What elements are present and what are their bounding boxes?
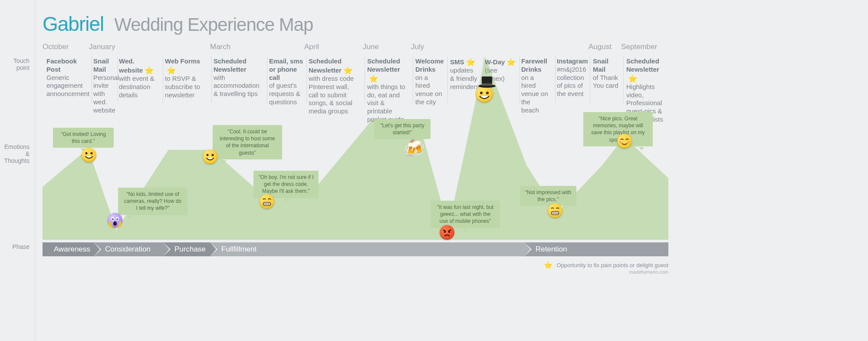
angry-emoji-icon [440,225,454,240]
month-label: January [89,43,115,51]
axis-label-emotions: Emotions & Thoughts [0,143,35,164]
touchpoint-body: updates & friendly reminders [450,66,479,90]
svg-rect-18 [482,83,492,86]
thought-bubble: "Cool. It could be interesting to host s… [213,125,282,159]
grit-emoji-icon [548,203,562,218]
touchpoint: Email, sms or phone callof guest's reque… [269,57,304,106]
touchpoint-title: Scheduled Newsletter [367,57,400,73]
scared-emoji-icon [108,213,122,228]
grin-emoji-icon [203,149,217,164]
months-row: OctoberJanuaryMarchAprilJuneJulyAugustSe… [43,43,868,53]
thought-bubble: "Got invited! Loving this card." [53,128,114,148]
touchpoint-title: SMS [450,58,464,66]
svg-point-14 [480,92,483,94]
svg-point-0 [85,152,88,154]
touchpoint-body: on a hired venue on the beach [521,74,548,114]
touchpoint-body: on a hired venue on the city [415,74,442,106]
touchpoint-title: Wed. website [119,57,143,74]
column-separator [306,56,307,103]
star-icon: ⭐ [343,66,352,75]
blush-emoji-icon [617,134,632,149]
phase-bar: AwarenessConsiderationPurchaseFullfillme… [43,242,668,256]
touchpoint: Scheduled Newsletterwith accommodation &… [214,57,266,98]
column-separator [365,56,365,103]
column-separator [267,56,267,103]
persona-name: Gabriel [43,12,104,36]
touchpoint: Web Forms⭐to RSVP & subscribe to newslet… [165,57,206,99]
left-rule [35,0,35,341]
star-icon: ⭐ [145,66,154,75]
touchpoint-title: Scheduled Newsletter [626,57,659,73]
touchpoint-title: Scheduled Newsletter [309,57,342,74]
svg-point-4 [112,219,113,220]
star-icon: ⭐ [544,261,552,269]
grin-emoji-icon [82,148,96,162]
star-icon: ⭐ [506,58,516,67]
touchpoint-body: of guest's requests & questions [269,82,300,106]
beer-mugs-icon: 🍻 [404,138,425,159]
touchpoint: Welcome Drinkson a hired venue on the ci… [415,57,444,106]
phase-fullfillment: Fullfillment [210,242,524,256]
column-separator [447,56,448,103]
thought-bubble: "It was fun last night, but geeez... wha… [431,201,500,228]
touchpoint: Scheduled Newsletter⭐with things to do, … [367,57,411,124]
svg-point-7 [207,154,209,156]
column-separator [590,56,590,103]
svg-point-27 [628,141,630,143]
touchpoint-title: Instagram [557,57,588,65]
column-separator [555,56,556,103]
touchpoint-title: Snail Mail [593,57,608,73]
touchpoint-body: with accommodation & travelling tips [214,74,260,98]
column-separator [92,56,92,103]
touchpoint-body: of Thank You card [593,74,618,89]
map-title: Wedding Experience Map [114,14,313,35]
month-label: July [411,43,424,51]
thought-bubble: "Let's get this party started!" [374,119,431,139]
month-label: June [363,43,379,51]
title-row: Gabriel Wedding Experience Map [43,12,313,36]
touchpoint-body: with dress code Pinterest wall, call to … [309,75,354,115]
touchpoint-title: Scheduled Newsletter [214,57,247,73]
touchpoint: Instagram#m&j2016 collection of pics of … [557,57,585,98]
legend-opportunity: ⭐ Opportunity to fix pain points or deli… [542,261,668,269]
touchpoint-body: with event & destination details [119,75,155,99]
touchpoint: Facebook PostGeneric engagement announce… [46,57,90,98]
thought-bubble: "No kids, limited use of cameras, really… [118,188,187,215]
touchpoint-title: Email, sms or phone call [269,57,303,81]
star-icon: ⭐ [167,66,176,75]
star-icon: ⭐ [628,74,637,83]
star-icon: ⭐ [466,58,475,67]
axis-label-touchpoint: Touch point [0,57,35,71]
touchpoint: Scheduled Newsletter⭐with dress code Pin… [309,57,361,116]
svg-point-1 [90,152,92,154]
experience-map: Touch point Emotions & Thoughts Phase Ga… [0,0,868,341]
svg-point-26 [619,141,621,143]
touchpoint: SMS⭐updates & friendly reminders [450,57,478,91]
month-label: August [589,43,612,51]
axis-label-phase: Phase [0,243,35,250]
svg-point-5 [116,219,118,220]
touchpoint-title: Facebook Post [46,57,77,73]
svg-point-20 [448,231,450,233]
touchpoint: Wed. website⭐with event & destination de… [119,57,158,99]
month-label: October [43,43,69,51]
touchpoint-body: Personal invite with wed. website [93,74,119,114]
star-icon: ⭐ [369,74,378,83]
touchpoint-title: Welcome Drinks [415,57,444,73]
touchpoint-body: Generic engagement announcement [46,74,89,98]
column-separator [163,56,163,103]
column-separator [519,56,520,103]
touchpoint-title: Web Forms [165,57,200,65]
phase-consideration: Consideration [94,242,163,256]
grit-emoji-icon [260,194,274,209]
touchpoint: Snail MailPersonal invite with wed. webs… [93,57,117,114]
touchpoint-body: to RSVP & subscribe to newsletter [165,75,200,99]
touchpoint-title: W-Day [485,58,505,66]
month-label: April [304,43,319,51]
touchpoint-title: Farewell Drinks [521,57,547,73]
touchpoint: Snail Mailof Thank You card [593,57,619,90]
touchpoint-body: with things to do, eat and visit & print… [367,83,405,123]
top-hat-icon [477,76,496,88]
month-label: March [210,43,230,51]
touchpoint: Farewell Drinkson a hired venue on the b… [521,57,549,114]
